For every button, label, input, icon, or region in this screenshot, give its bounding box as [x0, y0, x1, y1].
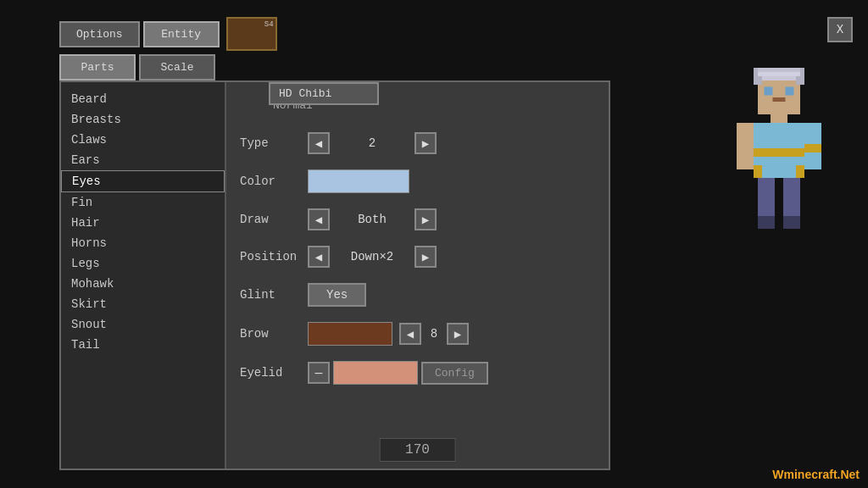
svg-rect-18: [783, 216, 800, 229]
list-item-fin[interactable]: Fin: [61, 192, 225, 213]
draw-left-arrow[interactable]: ◀: [308, 208, 330, 230]
watermark: Wminecraft.Net: [772, 468, 860, 481]
brow-value: 8: [421, 327, 447, 341]
list-item-horns[interactable]: Horns: [61, 233, 225, 253]
svg-rect-9: [754, 148, 804, 157]
list-item-ears[interactable]: Ears: [61, 150, 225, 170]
brow-swatch[interactable]: [308, 322, 392, 346]
list-item-legs[interactable]: Legs: [61, 253, 225, 274]
type-label: Type: [240, 136, 308, 150]
svg-rect-17: [758, 216, 775, 229]
character-preview: [715, 51, 843, 347]
svg-rect-12: [737, 123, 754, 169]
brow-right-arrow[interactable]: ▶: [447, 323, 469, 345]
color-label: Color: [240, 175, 308, 188]
brow-left-arrow[interactable]: ◀: [399, 323, 421, 345]
glint-label: Glint: [240, 288, 308, 302]
svg-rect-14: [804, 144, 821, 152]
draw-value: Both: [330, 213, 415, 226]
type-row: Type ◀ 2 ▶: [240, 129, 595, 154]
brow-row: Brow ◀ 8 ▶: [240, 319, 595, 346]
type-left-arrow[interactable]: ◀: [308, 132, 330, 154]
position-right-arrow[interactable]: ▶: [415, 246, 437, 268]
list-item-hair[interactable]: Hair: [61, 213, 225, 233]
list-item-beard[interactable]: Beard: [61, 89, 225, 109]
list-item-eyes[interactable]: Eyes: [61, 170, 225, 192]
draw-row: Draw ◀ Both ▶: [240, 205, 595, 230]
svg-rect-20: [762, 76, 796, 80]
brow-label: Brow: [240, 327, 308, 341]
svg-rect-16: [783, 178, 800, 220]
parts-list: Beard Breasts Claws Ears Eyes Fin Hair H…: [61, 82, 226, 469]
options-tab[interactable]: Options: [59, 21, 140, 47]
position-row: Position ◀ Down×2 ▶: [240, 242, 595, 268]
config-btn[interactable]: Config: [421, 362, 488, 385]
draw-label: Draw: [240, 213, 308, 226]
position-label: Position: [240, 250, 308, 263]
svg-rect-4: [765, 87, 773, 96]
eyelid-row: Eyelid – Config: [240, 358, 595, 385]
parts-tab[interactable]: Parts: [59, 54, 136, 80]
color-swatch[interactable]: [308, 169, 409, 193]
position-value: Down×2: [330, 250, 415, 263]
entity-tab[interactable]: Entity: [143, 21, 220, 47]
close-button[interactable]: X: [827, 17, 853, 42]
svg-rect-19: [758, 72, 800, 76]
eyelid-label: Eyelid: [240, 366, 308, 380]
list-item-skirt[interactable]: Skirt: [61, 294, 225, 314]
list-item-snout[interactable]: Snout: [61, 314, 225, 335]
chest-icon: [226, 17, 277, 51]
bottom-number: 170: [379, 438, 456, 462]
svg-rect-5: [786, 87, 794, 96]
hd-chibi-dropdown[interactable]: HD Chibi: [269, 82, 379, 105]
svg-rect-7: [771, 114, 787, 123]
eyelid-minus-btn[interactable]: –: [308, 362, 330, 384]
list-item-tail[interactable]: Tail: [61, 335, 225, 355]
glint-toggle[interactable]: Yes: [308, 283, 366, 307]
svg-rect-10: [754, 165, 762, 178]
svg-rect-11: [796, 165, 804, 178]
color-row: Color: [240, 166, 595, 193]
eyelid-swatch[interactable]: [333, 361, 418, 385]
svg-rect-6: [773, 97, 786, 102]
list-item-claws[interactable]: Claws: [61, 130, 225, 150]
type-value: 2: [330, 136, 415, 150]
scale-tab[interactable]: Scale: [139, 54, 215, 80]
draw-right-arrow[interactable]: ▶: [415, 208, 437, 230]
glint-row: Glint Yes: [240, 280, 595, 307]
type-right-arrow[interactable]: ▶: [415, 132, 437, 154]
list-item-breasts[interactable]: Breasts: [61, 109, 225, 130]
list-item-mohawk[interactable]: Mohawk: [61, 274, 225, 294]
svg-rect-15: [758, 178, 775, 220]
position-left-arrow[interactable]: ◀: [308, 246, 330, 268]
